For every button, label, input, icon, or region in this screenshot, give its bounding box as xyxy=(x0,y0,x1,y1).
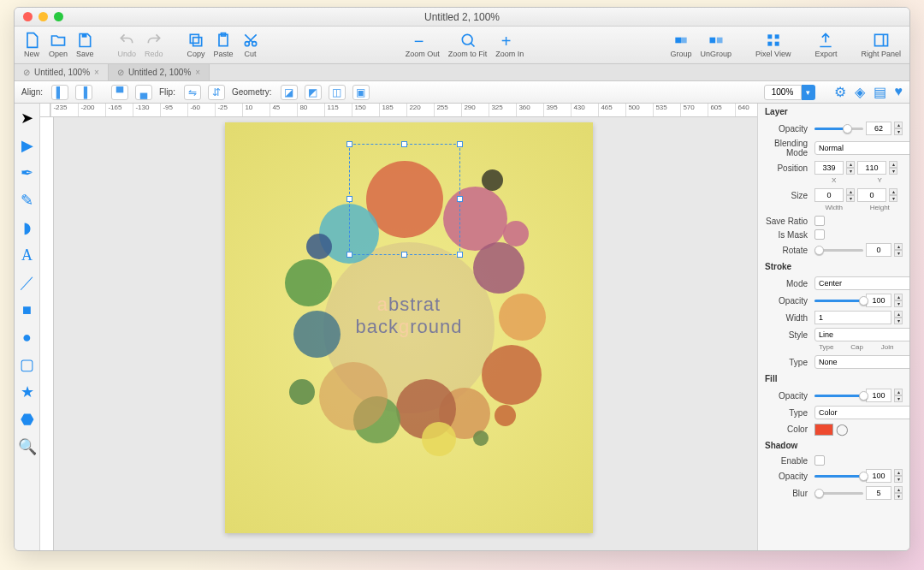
layers-panel-icon[interactable]: ◈ xyxy=(855,84,865,100)
undo-button[interactable]: Undo xyxy=(118,32,137,58)
align-left-button[interactable]: ▌ xyxy=(51,85,68,100)
ellipse-tool[interactable]: ● xyxy=(18,328,37,347)
pen-tool[interactable]: ✒ xyxy=(18,163,37,182)
tab-close-icon[interactable]: × xyxy=(94,68,99,77)
settings-panel-icon[interactable]: ⚙ xyxy=(834,84,846,100)
rounded-rect-tool[interactable]: ▢ xyxy=(18,355,37,374)
fill-type-select[interactable]: ▾ xyxy=(814,406,909,419)
redo-button[interactable]: Redo xyxy=(145,32,163,58)
stroke-mode-select[interactable]: ▾ xyxy=(814,276,909,290)
alignment-toolbar: Align: ▌ ▐ ▀ ▄ Flip: ⇋ ⇵ Geometry: ◪ ◩ ◫… xyxy=(15,81,909,104)
svg-rect-8 xyxy=(675,38,681,44)
tab-close-icon[interactable]: × xyxy=(195,68,200,77)
fill-opacity-input[interactable] xyxy=(866,389,891,402)
geometry-subtract-button[interactable]: ◩ xyxy=(305,85,322,100)
paste-button[interactable]: Paste xyxy=(214,32,234,58)
align-bottom-button[interactable]: ▄ xyxy=(135,85,152,100)
canvas-area: -235-200-165-130-95-60-25104580115150185… xyxy=(40,104,757,550)
stroke-type-select[interactable]: ▾ xyxy=(814,328,909,341)
fill-opacity-slider[interactable] xyxy=(814,395,863,397)
zoom-tool[interactable]: 🔍 xyxy=(18,437,37,456)
zoom-out-button[interactable]: −Zoom Out xyxy=(406,32,440,58)
minimize-button[interactable] xyxy=(38,12,48,21)
layer-opacity-input[interactable] xyxy=(866,122,891,135)
fill-color-swatch[interactable] xyxy=(814,424,833,436)
polygon-tool[interactable]: ⬣ xyxy=(18,410,37,429)
shadow-opacity-input[interactable] xyxy=(866,469,891,483)
geometry-union-button[interactable]: ◪ xyxy=(281,85,298,100)
flip-h-button[interactable]: ⇋ xyxy=(184,85,201,100)
open-button[interactable]: Open xyxy=(49,32,68,58)
geometry-label: Geometry: xyxy=(232,87,272,97)
select-tool[interactable]: ➤ xyxy=(18,109,37,128)
stroke-section-title: Stroke xyxy=(758,258,909,275)
stroke-opacity-slider[interactable] xyxy=(814,300,863,302)
favorites-panel-icon[interactable]: ♥ xyxy=(895,84,903,100)
new-button[interactable]: New xyxy=(23,32,40,58)
fill-section-title: Fill xyxy=(758,371,909,387)
save-button[interactable]: Save xyxy=(76,32,94,58)
stroke-opacity-input[interactable] xyxy=(866,294,891,307)
star-tool[interactable]: ★ xyxy=(18,383,37,401)
pixel-view-button[interactable]: Pixel View xyxy=(755,32,791,58)
geometry-exclude-button[interactable]: ▣ xyxy=(352,85,370,100)
maximize-button[interactable] xyxy=(54,12,63,21)
position-x-input[interactable] xyxy=(814,161,844,175)
rotate-input[interactable] xyxy=(866,243,891,257)
svg-rect-2 xyxy=(190,34,198,43)
geometry-intersect-button[interactable]: ◫ xyxy=(329,85,346,100)
size-h-input[interactable] xyxy=(857,188,886,202)
line-tool[interactable]: ／ xyxy=(18,273,37,292)
tab-untitled-2[interactable]: ⊘Untitled 2, 100%× xyxy=(109,64,210,80)
color-picker-icon[interactable]: ◯ xyxy=(836,423,849,436)
artboard[interactable]: abstrat background xyxy=(225,122,593,533)
copy-button[interactable]: Copy xyxy=(187,32,205,58)
tool-strip: ➤ ▶ ✒ ✎ ◗ A ／ ■ ● ▢ ★ ⬣ 🔍 xyxy=(15,104,40,550)
layer-opacity-slider[interactable] xyxy=(814,128,863,130)
artboard-text: abstrat background xyxy=(225,294,593,338)
direct-select-tool[interactable]: ▶ xyxy=(18,136,37,155)
export-button[interactable]: Export xyxy=(814,32,837,58)
rectangle-tool[interactable]: ■ xyxy=(18,300,37,319)
canvas-viewport[interactable]: abstrat background xyxy=(54,117,757,550)
shadow-enable-checkbox[interactable] xyxy=(814,455,825,466)
titlebar: Untitled 2, 100% xyxy=(15,8,909,27)
library-panel-icon[interactable]: ▤ xyxy=(874,84,886,100)
zoom-input[interactable] xyxy=(764,85,802,100)
zoom-select[interactable]: ▾ xyxy=(764,85,815,100)
ungroup-button[interactable]: UnGroup xyxy=(701,32,732,58)
size-w-input[interactable] xyxy=(814,188,844,202)
group-button[interactable]: Group xyxy=(671,32,692,58)
text-tool[interactable]: A xyxy=(18,246,37,264)
stepper[interactable]: ▴▾ xyxy=(894,122,903,135)
zoom-dropdown-icon[interactable]: ▾ xyxy=(802,85,815,100)
align-center-button[interactable]: ▐ xyxy=(75,85,92,100)
shadow-blur-slider[interactable] xyxy=(814,492,863,495)
svg-rect-0 xyxy=(82,34,87,38)
align-top-button[interactable]: ▀ xyxy=(111,85,128,100)
save-ratio-checkbox[interactable] xyxy=(814,216,825,226)
app-window: Untitled 2, 100% New Open Save Undo Redo… xyxy=(14,7,910,551)
zoom-fit-button[interactable]: Zoom to Fit xyxy=(448,32,488,58)
blend-mode-select[interactable]: ▾ xyxy=(814,141,909,155)
arc-tool[interactable]: ◗ xyxy=(18,218,37,237)
stroke-width-input[interactable] xyxy=(814,311,891,324)
shadow-blur-input[interactable] xyxy=(866,486,891,500)
svg-rect-13 xyxy=(774,34,779,39)
is-mask-checkbox[interactable] xyxy=(814,229,825,240)
cut-button[interactable]: Cut xyxy=(242,32,259,58)
inspector-panel: Layer Opacity ▴▾ Blending Mode ▾ Positio… xyxy=(757,104,909,550)
zoom-in-button[interactable]: +Zoom In xyxy=(495,32,524,58)
pencil-tool[interactable]: ✎ xyxy=(18,191,37,210)
flip-v-button[interactable]: ⇵ xyxy=(208,85,225,100)
svg-rect-16 xyxy=(874,34,887,45)
stroke-fill-type-select[interactable]: ▾ xyxy=(814,355,909,369)
window-title: Untitled 2, 100% xyxy=(15,11,909,23)
close-button[interactable] xyxy=(23,12,33,21)
tab-untitled-1[interactable]: ⊘Untitled, 100%× xyxy=(15,64,109,80)
selection-bounds[interactable] xyxy=(349,144,460,255)
shadow-opacity-slider[interactable] xyxy=(814,475,863,478)
right-panel-button[interactable]: Right Panel xyxy=(861,32,901,58)
position-y-input[interactable] xyxy=(857,161,886,175)
rotate-slider[interactable] xyxy=(814,249,863,252)
